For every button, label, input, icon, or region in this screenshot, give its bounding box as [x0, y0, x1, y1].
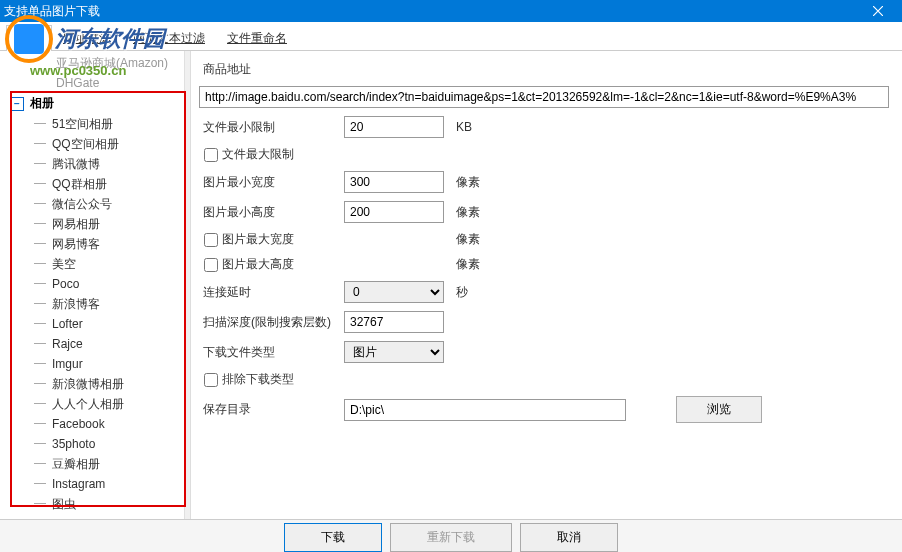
tree-item[interactable]: 图虫: [0, 494, 184, 514]
max-height-check[interactable]: [204, 258, 218, 272]
exclude-label: 排除下载类型: [222, 371, 294, 388]
exclude-check[interactable]: [204, 373, 218, 387]
max-width-label: 图片最大宽度: [222, 231, 294, 248]
collapse-icon[interactable]: −: [10, 97, 24, 111]
close-button[interactable]: [858, 0, 898, 22]
tree-item[interactable]: QQ空间相册: [0, 134, 184, 154]
tree-item[interactable]: Imgur: [0, 354, 184, 374]
tab-url-filter[interactable]: 网址过滤: [52, 25, 122, 51]
filetype-label: 下载文件类型: [199, 344, 344, 361]
browse-button[interactable]: 浏览: [676, 396, 762, 423]
tree-item-amazon[interactable]: 亚马逊商城(Amazon): [0, 53, 184, 73]
tree-group-album[interactable]: − 相册: [0, 93, 184, 114]
min-height-label: 图片最小高度: [199, 204, 344, 221]
tree-item[interactable]: 微信公众号: [0, 194, 184, 214]
depth-input[interactable]: [344, 311, 444, 333]
max-width-check[interactable]: [204, 233, 218, 247]
tree-item[interactable]: 网易相册: [0, 214, 184, 234]
px-unit: 像素: [456, 256, 480, 273]
savepath-input[interactable]: [344, 399, 626, 421]
tab-strip: 常用 网址过滤 网页文本过滤 文件重命名: [0, 24, 902, 51]
tab-common[interactable]: 常用: [6, 25, 52, 51]
tree-item[interactable]: 美空: [0, 254, 184, 274]
tree-item[interactable]: Poco: [0, 274, 184, 294]
tree-item[interactable]: 网易博客: [0, 234, 184, 254]
min-height-input[interactable]: [344, 201, 444, 223]
max-size-check[interactable]: [204, 148, 218, 162]
tree-item[interactable]: Facebook: [0, 414, 184, 434]
tree-item[interactable]: Instagram: [0, 474, 184, 494]
tree-item[interactable]: 腾讯微博: [0, 154, 184, 174]
cancel-button[interactable]: 取消: [520, 523, 618, 552]
delay-label: 连接延时: [199, 284, 344, 301]
delay-select[interactable]: 0: [344, 281, 444, 303]
max-height-label: 图片最大高度: [222, 256, 294, 273]
tree-item[interactable]: 新浪微博相册: [0, 374, 184, 394]
min-size-label: 文件最小限制: [199, 119, 344, 136]
bottom-bar: 下载 重新下载 取消: [0, 519, 902, 552]
sec-unit: 秒: [456, 284, 468, 301]
kb-unit: KB: [456, 120, 472, 134]
tree-item[interactable]: 新浪博客: [0, 294, 184, 314]
url-label: 商品地址: [199, 61, 259, 78]
px-unit: 像素: [456, 231, 480, 248]
filetype-select[interactable]: 图片: [344, 341, 444, 363]
min-width-label: 图片最小宽度: [199, 174, 344, 191]
redownload-button[interactable]: 重新下载: [390, 523, 512, 552]
tree-item[interactable]: 35photo: [0, 434, 184, 454]
tab-rename[interactable]: 文件重命名: [216, 25, 298, 51]
tree-item[interactable]: Rajce: [0, 334, 184, 354]
tree-item[interactable]: Lofter: [0, 314, 184, 334]
tree-item[interactable]: Twitter: [0, 514, 184, 519]
download-button[interactable]: 下载: [284, 523, 382, 552]
sidebar-tree[interactable]: 亚马逊商城(Amazon) DHGate − 相册 51空间相册QQ空间相册腾讯…: [0, 51, 185, 519]
form-panel: 商品地址 文件最小限制 KB 文件最大限制 图片最小宽度 像素 图片最小高度 像…: [191, 51, 902, 519]
tab-text-filter[interactable]: 网页文本过滤: [122, 25, 216, 51]
tree-item[interactable]: QQ群相册: [0, 174, 184, 194]
title-bar: 支持单品图片下载: [0, 0, 902, 22]
tree-item[interactable]: 豆瓣相册: [0, 454, 184, 474]
max-size-label: 文件最大限制: [222, 146, 294, 163]
window-title: 支持单品图片下载: [4, 3, 100, 20]
url-input[interactable]: [199, 86, 889, 108]
min-size-input[interactable]: [344, 116, 444, 138]
savepath-label: 保存目录: [199, 401, 344, 418]
tree-item[interactable]: 51空间相册: [0, 114, 184, 134]
tree-item[interactable]: 人人个人相册: [0, 394, 184, 414]
depth-label: 扫描深度(限制搜索层数): [199, 314, 344, 331]
min-width-input[interactable]: [344, 171, 444, 193]
px-unit: 像素: [456, 204, 480, 221]
tree-item-dhgate[interactable]: DHGate: [0, 73, 184, 93]
px-unit: 像素: [456, 174, 480, 191]
